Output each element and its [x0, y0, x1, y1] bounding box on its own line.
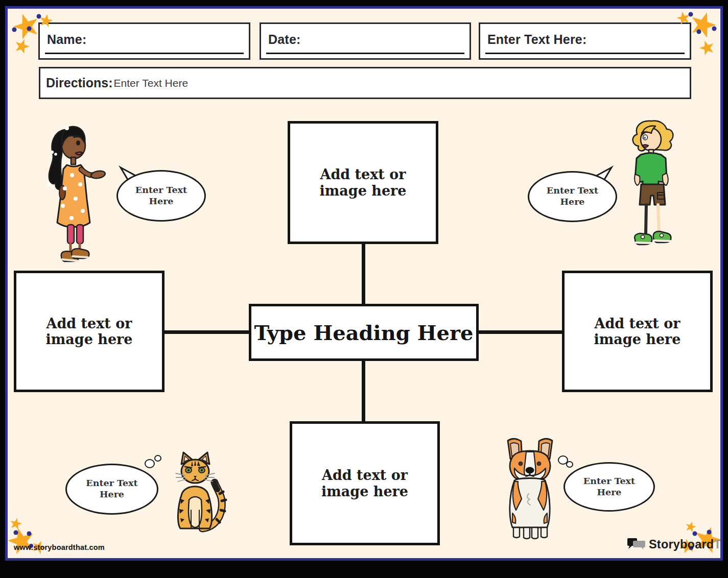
frame-border: [0, 561, 728, 578]
star-cluster-icon: [672, 7, 721, 56]
connector-top: [362, 243, 365, 305]
cell-placeholder: Add text or image here: [29, 316, 149, 347]
thought-dot: [145, 459, 155, 468]
star-cluster-icon: [7, 517, 58, 558]
directions-field[interactable]: Directions: Enter Text Here: [39, 67, 691, 99]
frame-border: [723, 0, 728, 578]
heading-placeholder: Type Heading Here: [254, 321, 473, 345]
storyboardthat-logo-text: StoryboardThat: [649, 538, 728, 551]
directions-placeholder[interactable]: Enter Text Here: [114, 77, 189, 89]
connector-right: [477, 330, 563, 334]
website-url: www.storyboardthat.com: [14, 543, 105, 551]
spider-map-cell-left[interactable]: Add text or image here: [14, 271, 165, 392]
date-writing-line: [266, 53, 464, 54]
frame-border: [0, 0, 728, 6]
custom-text-label: Enter Text Here:: [487, 32, 586, 47]
dog-thought-text[interactable]: Enter Text Here: [574, 467, 644, 507]
custom-text-writing-line: [485, 53, 685, 54]
date-field[interactable]: Date:: [260, 22, 471, 60]
storyboardthat-logo-icon: [627, 537, 646, 551]
tabby-cat-illustration: [162, 451, 229, 540]
spider-map-cell-bottom[interactable]: Add text or image here: [290, 421, 440, 545]
worksheet-page: Name: Date: Enter Text Here: Directions:…: [0, 0, 728, 578]
cell-placeholder: Add text or image here: [577, 316, 697, 347]
spider-map-cell-right[interactable]: Add text or image here: [562, 271, 713, 392]
name-writing-line: [45, 53, 244, 54]
corgi-dog-illustration: [503, 437, 557, 541]
cat-thought-text[interactable]: Enter Text Here: [77, 469, 147, 510]
girl-speech-text[interactable]: Enter Text Here: [127, 175, 196, 216]
girl-character-illustration: [42, 123, 107, 267]
storyboardthat-logo: StoryboardThat: [627, 537, 728, 551]
name-field[interactable]: Name:: [38, 22, 250, 60]
star-cluster-icon: [7, 7, 56, 56]
thought-dot: [154, 455, 161, 462]
cell-placeholder: Add text or image here: [303, 166, 423, 198]
thought-dot: [566, 461, 573, 468]
connector-left: [163, 330, 250, 334]
connector-bottom: [362, 360, 365, 422]
boy-speech-text[interactable]: Enter Text Here: [538, 176, 607, 217]
cell-placeholder: Add text or image here: [305, 467, 425, 499]
date-label: Date:: [268, 32, 301, 47]
directions-label: Directions:: [46, 76, 113, 90]
spider-map-cell-top[interactable]: Add text or image here: [288, 121, 438, 244]
custom-text-field[interactable]: Enter Text Here:: [479, 22, 691, 60]
heading-cell[interactable]: Type Heading Here: [249, 304, 479, 361]
boy-character-illustration: [626, 119, 679, 266]
frame-border: [0, 0, 5, 578]
